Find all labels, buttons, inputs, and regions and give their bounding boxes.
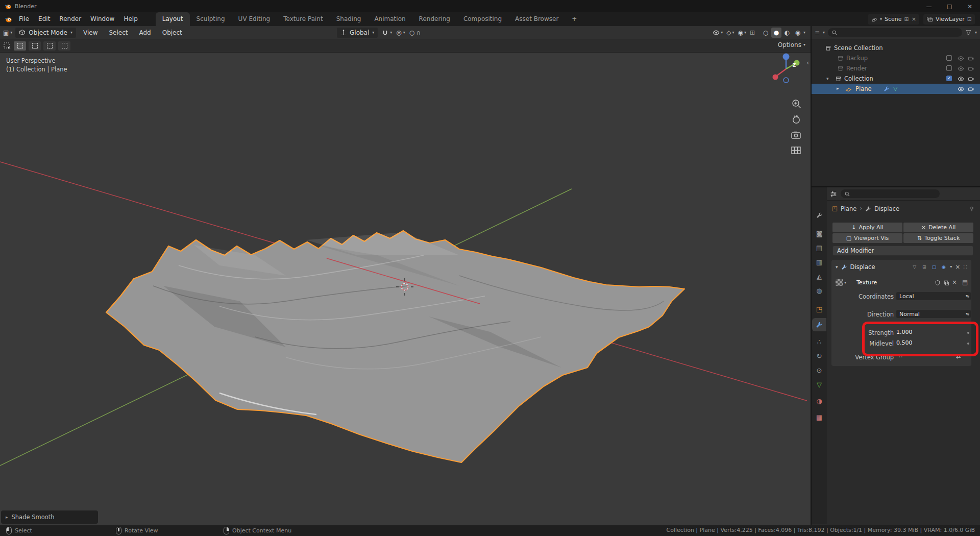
tab-particles-icon[interactable]: ∴ <box>812 335 826 348</box>
outliner-row-scene-collection[interactable]: Scene Collection <box>812 43 980 53</box>
filter-chevron-icon[interactable]: ▾ <box>975 31 977 35</box>
snap-toggle[interactable]: ▾ <box>382 30 392 36</box>
direction-dropdown[interactable]: Normal ▾ <box>896 310 971 318</box>
select-mode-subtract-button[interactable] <box>43 41 56 51</box>
modifier-panel-header[interactable]: ▾ Displace ▽ ⊞ ▢ ◉ ▾ × ∷ <box>831 262 971 272</box>
expand-chevron-icon[interactable]: ▸ <box>837 86 839 91</box>
texture-browse-dropdown[interactable]: ▾ <box>836 279 846 286</box>
operator-panel-shade-smooth[interactable]: ▸ Shade Smooth <box>1 510 98 524</box>
tab-material-icon[interactable]: ◑ <box>812 395 826 407</box>
outliner-search-input[interactable] <box>828 28 962 37</box>
mode-dropdown[interactable]: Object Mode ▾ <box>15 28 76 38</box>
fake-user-shield-icon[interactable] <box>935 280 941 286</box>
outliner-item-label[interactable]: Render <box>846 65 867 72</box>
panel-collapse-icon[interactable]: ▾ <box>836 265 838 270</box>
viewport-vis-button[interactable]: ▢ Viewport Vis <box>832 233 902 243</box>
tab-constraints-icon[interactable]: ⊙ <box>812 364 826 376</box>
active-tool-select-box-icon[interactable] <box>3 42 11 50</box>
view-layer-selector[interactable]: ViewLayer ⊡ <box>923 14 975 25</box>
apply-all-button[interactable]: ↓ Apply All <box>832 223 902 232</box>
shading-wireframe-icon[interactable]: ○ <box>761 28 771 38</box>
workspace-tab-layout[interactable]: Layout <box>156 12 190 26</box>
menu-edit[interactable]: Edit <box>34 12 55 26</box>
operator-expand-icon[interactable]: ▸ <box>6 515 8 520</box>
add-modifier-dropdown[interactable]: Add Modifier <box>832 246 973 256</box>
workspace-tab-sculpting[interactable]: Sculpting <box>190 12 232 26</box>
outliner-editor-icon[interactable]: ≡ <box>815 30 820 36</box>
viewport-3d[interactable]: ‹ User Perspective (1) Collection | Plan… <box>0 53 811 525</box>
render-visibility-camera-icon[interactable] <box>968 86 974 92</box>
tab-object-icon[interactable]: ◳ <box>812 303 826 315</box>
view-layer-new-icon[interactable]: ⊡ <box>967 16 972 22</box>
outliner-row-collection[interactable]: ▾ Collection ✓ <box>812 74 980 84</box>
outliner-item-label[interactable]: Plane <box>855 85 872 92</box>
unlink-icon[interactable]: × <box>952 279 957 285</box>
workspace-tab-animation[interactable]: Animation <box>368 12 412 26</box>
scene-unlink-icon[interactable]: × <box>912 16 916 22</box>
shading-chevron-icon[interactable]: ▾ <box>803 31 805 35</box>
orientation-dropdown[interactable]: Global ▾ <box>337 28 378 38</box>
animate-dot[interactable] <box>967 313 969 315</box>
modifier-name[interactable]: Displace <box>850 263 875 271</box>
edit-mode-toggle-icon[interactable]: ▽ <box>911 264 918 271</box>
outliner-item-label[interactable]: Backup <box>846 55 868 62</box>
select-mode-intersect-button[interactable] <box>58 41 70 51</box>
collapse-chevron-icon[interactable]: ▾ <box>826 77 829 81</box>
animate-dot[interactable] <box>967 332 969 334</box>
render-visibility-camera-icon[interactable] <box>968 76 974 82</box>
show-texture-icon[interactable]: ▤ <box>962 279 968 285</box>
exclude-checkbox-checked[interactable]: ✓ <box>946 76 952 81</box>
animate-dot[interactable] <box>967 296 969 298</box>
properties-editor-icon[interactable] <box>830 190 837 198</box>
overlays-toggle[interactable]: ◉ ▾ <box>738 30 746 36</box>
tab-object-data-icon[interactable]: ▽ <box>812 378 826 391</box>
on-cage-toggle-icon[interactable]: ⊞ <box>921 264 927 271</box>
workspace-tab-rendering[interactable]: Rendering <box>412 12 457 26</box>
pin-icon[interactable] <box>969 206 975 212</box>
eye-icon[interactable] <box>958 55 964 62</box>
menu-window[interactable]: Window <box>86 12 119 26</box>
breadcrumb-object-label[interactable]: Plane <box>841 205 857 212</box>
menu-view[interactable]: View <box>79 29 102 36</box>
mesh-data-icon[interactable]: ▽ <box>893 86 897 91</box>
render-visibility-camera-icon[interactable] <box>968 65 974 72</box>
options-dropdown[interactable]: Options ▾ <box>778 41 805 48</box>
snap-target-toggle[interactable]: ◎ ▾ <box>396 30 405 36</box>
outliner-editor-chevron-icon[interactable]: ▾ <box>823 31 825 35</box>
gizmo-x-axis[interactable] <box>773 75 778 80</box>
breadcrumb-modifier-label[interactable]: Displace <box>874 205 899 212</box>
tab-render-icon[interactable]: ◙ <box>812 227 826 239</box>
workspace-tab-asset-browser[interactable]: Asset Browser <box>508 12 565 26</box>
outliner-item-label[interactable]: Scene Collection <box>834 44 883 52</box>
xray-toggle-icon[interactable]: ⊞ <box>750 30 755 36</box>
scene-browse-chevron-icon[interactable]: ▾ <box>880 17 882 21</box>
eye-icon[interactable] <box>958 76 964 82</box>
invert-vertex-group-icon[interactable]: ⇄ <box>956 353 961 359</box>
animate-dot[interactable] <box>967 343 969 345</box>
viewport-canvas[interactable] <box>0 53 811 525</box>
tab-output-icon[interactable]: ▤ <box>812 241 826 254</box>
render-toggle-icon[interactable]: ◉ <box>940 264 947 271</box>
workspace-tab-texture-paint[interactable]: Texture Paint <box>277 12 329 26</box>
realtime-toggle-icon[interactable]: ▢ <box>930 264 937 271</box>
workspace-tab-shading[interactable]: Shading <box>330 12 368 26</box>
shading-rendered-icon[interactable]: ◉ <box>793 28 803 38</box>
scene-new-icon[interactable]: ⊞ <box>904 16 909 22</box>
sidebar-collapse-icon[interactable]: ‹ <box>806 60 809 66</box>
exclude-checkbox[interactable] <box>946 65 952 71</box>
workspace-tab-uv-editing[interactable]: UV Editing <box>232 12 277 26</box>
render-visibility-camera-icon[interactable] <box>968 55 974 62</box>
menu-object[interactable]: Object <box>158 29 186 36</box>
modifier-wrench-icon[interactable] <box>884 86 890 92</box>
toggle-stack-button[interactable]: ⇅ Toggle Stack <box>903 233 973 243</box>
visibility-dropdown[interactable]: ▾ <box>713 29 723 36</box>
tab-physics-icon[interactable]: ↻ <box>812 350 826 362</box>
outliner-row-plane[interactable]: ▸ Plane ▽ <box>812 84 980 94</box>
tab-tool-icon[interactable] <box>812 209 826 221</box>
tab-texture-icon[interactable]: ▦ <box>812 411 826 423</box>
eye-icon[interactable] <box>958 65 964 72</box>
menu-add[interactable]: Add <box>135 29 155 36</box>
tab-world-icon[interactable]: ◍ <box>812 284 826 297</box>
outliner-row-render[interactable]: Render <box>812 63 980 74</box>
maximize-button[interactable]: □ <box>939 0 960 12</box>
